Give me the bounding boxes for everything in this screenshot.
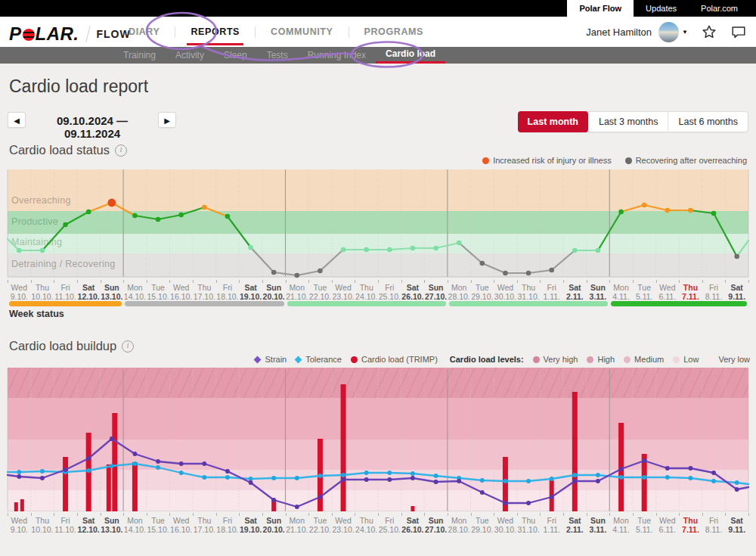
nav-item-programs[interactable]: PROGRAMS	[349, 17, 438, 47]
top-tab-updates[interactable]: Updates	[634, 0, 689, 17]
tolerance-point-21-10-	[295, 476, 299, 480]
subnav-item-tests[interactable]: Tests	[257, 47, 298, 64]
info-icon[interactable]: i	[122, 340, 134, 353]
next-period-button[interactable]: ▶	[158, 112, 176, 128]
status-point-2-11-	[572, 248, 578, 253]
axis-tick	[563, 280, 564, 283]
axis-day-date: 21.10.	[285, 526, 309, 535]
trimp-bar-13-10-	[112, 413, 117, 511]
axis-day-date: 9.10.	[7, 293, 31, 302]
axis-tick	[633, 280, 634, 283]
axis-day-label: Sat26.10.	[401, 517, 425, 534]
axis-day-label: Wed9.10.	[7, 284, 31, 301]
axis-day-dow: Wed	[655, 517, 680, 526]
week-status-bar	[0, 301, 756, 306]
status-point-14-10-	[132, 213, 138, 219]
subnav-item-activity[interactable]: Activity	[166, 47, 214, 64]
nav-item-community[interactable]: COMMUNITY	[256, 17, 348, 47]
axis-tick	[378, 513, 379, 516]
buildup-series-legend-item: Strain	[255, 355, 287, 364]
axis-day-label: Thu7.11.	[678, 284, 702, 301]
axis-tick	[609, 280, 610, 283]
axis-tick	[123, 513, 124, 516]
axis-day-dow: Sat	[239, 284, 263, 293]
time-range-buttons: Last monthLast 3 monthsLast 6 months	[518, 111, 748, 132]
subnav-item-cardio-load[interactable]: Cardio load	[376, 47, 445, 64]
favorites-star-icon[interactable]	[701, 23, 717, 40]
status-point-26-10-	[411, 246, 416, 251]
axis-tick	[494, 280, 494, 283]
status-line-segment	[714, 213, 737, 256]
top-tab-polar-flow[interactable]: Polar Flow	[567, 0, 634, 17]
previous-period-button[interactable]: ◀	[8, 112, 26, 128]
axis-day-label: Thu10.10.	[30, 284, 54, 301]
axis-day-dow: Thu	[355, 284, 379, 293]
axis-day-label: Tue22.10.	[308, 517, 332, 534]
axis-tick	[748, 280, 749, 283]
nav-item-diary[interactable]: DIARY	[113, 17, 175, 47]
axis-tick	[308, 513, 309, 516]
range-button-last-month[interactable]: Last month	[518, 111, 588, 132]
messages-bubble-icon[interactable]	[730, 23, 747, 40]
axis-tick	[8, 513, 8, 516]
axis-day-date: 27.10.	[424, 293, 448, 302]
top-tab-polar-com[interactable]: Polar.com	[689, 0, 750, 17]
axis-day-label: Fri11.10.	[54, 284, 78, 301]
axis-day-label: Tue5.11.	[632, 517, 656, 534]
trimp-bar-11-10-	[63, 457, 68, 511]
axis-tick	[540, 280, 541, 283]
axis-day-date: 6.11.	[655, 526, 680, 535]
legend-dot-icon	[624, 356, 631, 363]
axis-day-dow: Sun	[100, 517, 124, 526]
axis-day-date: 2.11.	[562, 293, 587, 302]
axis-day-dow: Tue	[632, 284, 656, 293]
axis-day-date: 27.10.	[424, 526, 448, 535]
user-name[interactable]: Janet Hamilton	[586, 26, 652, 38]
cardio-load-status-chart[interactable]: OverreachingProductiveMaintainingDetrain…	[0, 168, 756, 278]
chevron-down-icon[interactable]: ▼	[682, 29, 688, 36]
axis-day-dow: Fri	[54, 284, 78, 293]
axis-day-dow: Mon	[447, 284, 471, 293]
trimp-bar-23-10-	[341, 384, 346, 511]
axis-day-label: Wed30.10.	[493, 517, 517, 534]
axis-day-dow: Sun	[262, 284, 286, 293]
status-legend-item: Recovering after overreaching	[625, 156, 747, 165]
axis-day-dow: Fri	[377, 517, 401, 526]
axis-day-date: 16.10.	[169, 526, 194, 535]
status-point-8-11-	[711, 211, 717, 216]
user-avatar[interactable]	[658, 22, 679, 42]
polar-logo[interactable]: PLAR. FLOW	[9, 23, 131, 45]
buildup-level-legend-item: High	[587, 355, 615, 364]
axis-day-date: 21.10.	[285, 293, 309, 302]
axis-day-dow: Mon	[122, 284, 147, 293]
axis-tick	[332, 280, 333, 283]
status-section-heading: Cardio load status i	[9, 143, 127, 157]
subnav-item-running-index[interactable]: Running Index	[298, 47, 376, 64]
axis-tick	[239, 280, 240, 283]
strain-point-9-10-	[17, 474, 21, 479]
main-header: PLAR. FLOW DIARYREPORTSCOMMUNITYPROGRAMS…	[0, 17, 756, 47]
range-button-last-3-months[interactable]: Last 3 months	[588, 112, 668, 132]
axis-day-date: 8.11.	[702, 526, 726, 535]
subnav-item-sleep[interactable]: Sleep	[214, 47, 257, 64]
axis-tick	[169, 513, 170, 516]
nav-item-reports[interactable]: REPORTS	[175, 17, 255, 47]
axis-day-date: 11.10.	[54, 293, 78, 302]
axis-tick	[517, 513, 518, 516]
axis-tick	[587, 513, 587, 516]
tolerance-point-1-11-	[550, 477, 554, 481]
axis-day-label: Thu31.10.	[516, 284, 541, 301]
axis-day-label: Thu24.10.	[355, 284, 379, 301]
subnav-item-training[interactable]: Training	[113, 47, 166, 64]
axis-day-dow: Fri	[702, 517, 726, 526]
buildup-level-legend-item: Very high	[533, 355, 578, 364]
cardio-load-buildup-chart[interactable]	[0, 368, 756, 511]
info-icon[interactable]: i	[115, 144, 127, 157]
axis-day-dow: Wed	[7, 517, 31, 526]
range-button-last-6-months[interactable]: Last 6 months	[668, 112, 748, 132]
axis-tick	[448, 280, 448, 283]
status-point-6-11-	[665, 208, 671, 213]
axis-tick	[77, 513, 78, 516]
axis-day-dow: Sun	[100, 284, 124, 293]
tolerance-point-13-10-	[110, 464, 114, 468]
